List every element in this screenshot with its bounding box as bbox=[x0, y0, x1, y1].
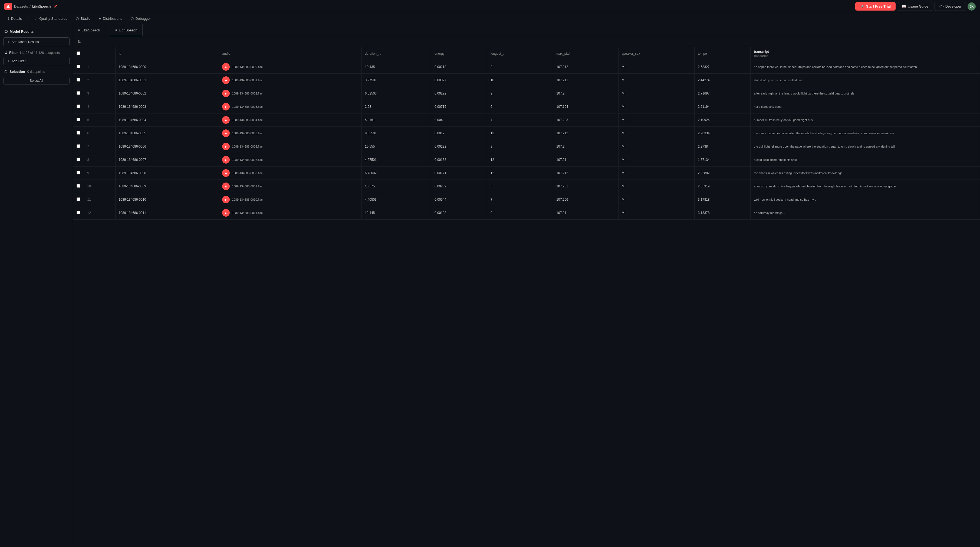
th-transcript[interactable]: transcript transcript bbox=[751, 47, 980, 61]
row-checkbox-8[interactable] bbox=[76, 171, 80, 174]
row-speaker-sex-0: M bbox=[618, 61, 695, 73]
nav-item-distributions[interactable]: ≡ Distributions bbox=[95, 15, 126, 22]
add-filter-button[interactable]: ＋ Add Filter bbox=[3, 57, 70, 65]
row-transcript-5: the music came nearer recalled the words… bbox=[751, 127, 980, 140]
play-button-11[interactable]: ▶ bbox=[222, 209, 230, 217]
row-num-0: 1 bbox=[84, 61, 115, 73]
row-energy-8: 0.00171 bbox=[431, 167, 487, 180]
table-row: 7 1089-134686-0006 ▶ 1089-134686-0006.fl… bbox=[73, 140, 980, 153]
row-tempo-4: 2.10926 bbox=[695, 113, 751, 127]
row-checkbox-cell bbox=[73, 100, 84, 113]
avatar[interactable]: JK bbox=[967, 2, 976, 11]
play-button-7[interactable]: ▶ bbox=[222, 156, 230, 164]
row-energy-10: 0.00544 bbox=[431, 193, 487, 206]
row-checkbox-cell bbox=[73, 127, 84, 140]
row-checkbox-5[interactable] bbox=[76, 131, 80, 135]
dataset-tabs: ≡ LibriSpeech | ≡ LibriSpeech bbox=[73, 24, 980, 36]
row-num-8: 9 bbox=[84, 167, 115, 180]
tab-librispeech-2[interactable]: ≡ LibriSpeech bbox=[110, 24, 143, 36]
th-id[interactable]: id bbox=[115, 47, 219, 61]
row-id-0: 1089-134686-0000 bbox=[115, 61, 219, 73]
data-table: id audio duration_... energy longest_...… bbox=[73, 47, 980, 220]
play-button-4[interactable]: ▶ bbox=[222, 116, 230, 124]
row-checkbox-6[interactable] bbox=[76, 144, 80, 148]
play-button-5[interactable]: ▶ bbox=[222, 129, 230, 137]
play-button-10[interactable]: ▶ bbox=[222, 196, 230, 203]
audio-filename-4: 1089-134686-0004.flac bbox=[232, 118, 262, 121]
select-all-checkbox[interactable] bbox=[76, 51, 80, 55]
row-max-pitch-9: 107.201 bbox=[553, 180, 618, 193]
select-all-button[interactable]: Select All bbox=[3, 77, 70, 85]
table-row: 9 1089-134686-0008 ▶ 1089-134686-0008.fl… bbox=[73, 167, 980, 180]
row-max-pitch-7: 107.21 bbox=[553, 153, 618, 167]
row-checkbox-2[interactable] bbox=[76, 91, 80, 95]
nav-item-debugger[interactable]: ⬡ Debugger bbox=[127, 15, 154, 22]
th-max-pitch[interactable]: max_pitch bbox=[553, 47, 618, 61]
row-checkbox-9[interactable] bbox=[76, 184, 80, 188]
breadcrumb-separator: / bbox=[30, 4, 30, 8]
th-energy[interactable]: energy bbox=[431, 47, 487, 61]
row-energy-11: 0.00198 bbox=[431, 206, 487, 220]
audio-filename-10: 1089-134686-0010.flac bbox=[232, 198, 262, 201]
table-row: 5 1089-134686-0004 ▶ 1089-134686-0004.fl… bbox=[73, 113, 980, 127]
logo-icon bbox=[6, 5, 10, 8]
tab-icon-1: ≡ bbox=[78, 29, 80, 32]
add-model-results-button[interactable]: ＋ Add Model Results bbox=[3, 37, 70, 46]
row-transcript-7: a cold lucid indifferent in his soul bbox=[751, 153, 980, 167]
play-button-1[interactable]: ▶ bbox=[222, 77, 230, 84]
play-button-9[interactable]: ▶ bbox=[222, 182, 230, 190]
developer-button[interactable]: </> Developer bbox=[935, 2, 966, 11]
th-duration[interactable]: duration_... bbox=[361, 47, 431, 61]
row-longest-5: 13 bbox=[487, 127, 553, 140]
breadcrumb-datasets[interactable]: Datasets bbox=[14, 4, 28, 8]
play-button-0[interactable]: ▶ bbox=[222, 63, 230, 71]
nav-item-quality[interactable]: ✓ Quality Standards bbox=[31, 15, 71, 22]
row-energy-3: 0.00715 bbox=[431, 100, 487, 113]
row-audio-2: ▶ 1089-134686-0002.flac bbox=[219, 87, 361, 100]
row-speaker-sex-10: M bbox=[618, 193, 695, 206]
play-button-8[interactable]: ▶ bbox=[222, 169, 230, 177]
row-checkbox-0[interactable] bbox=[76, 65, 80, 68]
table-row: 11 1089-134686-0010 ▶ 1089-134686-0010.f… bbox=[73, 193, 980, 206]
row-max-pitch-5: 107.212 bbox=[553, 127, 618, 140]
row-checkbox-3[interactable] bbox=[76, 105, 80, 108]
plus-icon-filter: ＋ bbox=[7, 59, 10, 63]
nav-item-details[interactable]: ℹ Details bbox=[4, 15, 26, 22]
start-trial-button[interactable]: 🚀 Start Free Trial bbox=[855, 2, 896, 11]
row-transcript-0: he hoped there would be dinner turnips a… bbox=[751, 61, 980, 73]
th-audio[interactable]: audio bbox=[219, 47, 361, 61]
row-duration-8: 6.73002 bbox=[361, 167, 431, 180]
tab-librispeech-1[interactable]: ≡ LibriSpeech bbox=[73, 24, 105, 36]
th-speaker-sex[interactable]: speaker_sex bbox=[618, 47, 695, 61]
tab-label-2: LibriSpeech bbox=[119, 28, 137, 32]
top-nav: Datasets / LibriSpeech 📌 🚀 Start Free Tr… bbox=[0, 0, 980, 13]
row-speaker-sex-11: M bbox=[618, 206, 695, 220]
table-row: 2 1089-134686-0001 ▶ 1089-134686-0001.fl… bbox=[73, 73, 980, 87]
row-speaker-sex-8: M bbox=[618, 167, 695, 180]
row-checkbox-11[interactable] bbox=[76, 211, 80, 214]
usage-guide-button[interactable]: 📖 Usage Guide bbox=[898, 2, 932, 11]
row-checkbox-7[interactable] bbox=[76, 158, 80, 161]
model-results-section: ⬡ Model Results bbox=[3, 28, 70, 35]
play-button-3[interactable]: ▶ bbox=[222, 103, 230, 110]
row-checkbox-10[interactable] bbox=[76, 198, 80, 201]
row-num-3: 4 bbox=[84, 100, 115, 113]
row-energy-2: 0.00222 bbox=[431, 87, 487, 100]
th-tempo[interactable]: tempo bbox=[695, 47, 751, 61]
row-energy-5: 0.0017 bbox=[431, 127, 487, 140]
row-speaker-sex-7: M bbox=[618, 153, 695, 167]
nav-item-studio[interactable]: ⬡ Studio bbox=[72, 15, 94, 22]
th-longest[interactable]: longest_... bbox=[487, 47, 553, 61]
row-tempo-9: 2.55319 bbox=[695, 180, 751, 193]
row-transcript-1: stuff it into you his be counselled him bbox=[751, 73, 980, 87]
row-checkbox-1[interactable] bbox=[76, 78, 80, 81]
filter-icon: ⚙ bbox=[4, 51, 8, 55]
sort-icon[interactable]: ⇅ bbox=[77, 39, 81, 44]
row-tempo-1: 2.44274 bbox=[695, 73, 751, 87]
play-button-6[interactable]: ▶ bbox=[222, 143, 230, 150]
play-button-2[interactable]: ▶ bbox=[222, 89, 230, 97]
row-duration-4: 5.2151 bbox=[361, 113, 431, 127]
row-transcript-10: well now ennis i declar a head and so ha… bbox=[751, 193, 980, 206]
row-longest-11: 9 bbox=[487, 206, 553, 220]
row-checkbox-4[interactable] bbox=[76, 118, 80, 121]
